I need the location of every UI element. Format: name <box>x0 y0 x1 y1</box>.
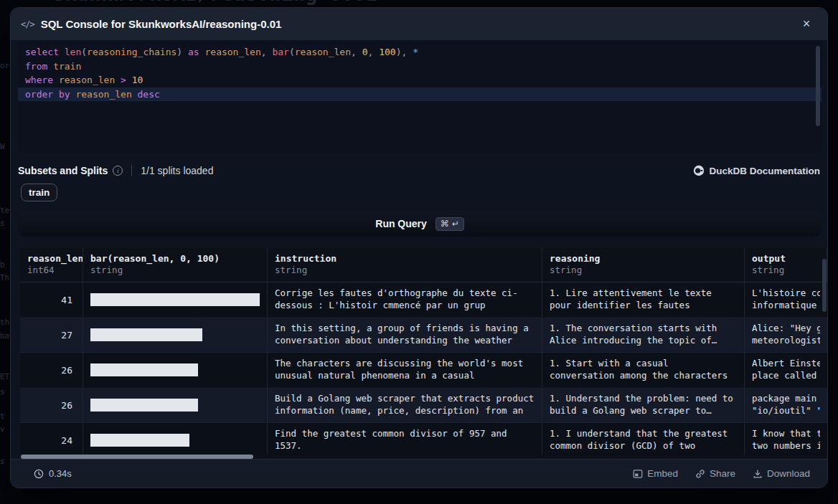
download-button[interactable]: Download <box>753 468 810 479</box>
background-fragment: W <box>0 142 5 151</box>
cell-output: L'histoire coinformatique <box>745 282 827 317</box>
modal-titlebar: </> SQL Console for SkunkworksAI/reasoni… <box>11 8 827 40</box>
cell-instruction: Find the greatest common divisor of 957 … <box>268 423 542 457</box>
cell-bar <box>83 388 268 422</box>
background-fragment: s <box>0 219 5 228</box>
cell-reasoning: 1. Lire attentivement le texte pour iden… <box>542 282 745 317</box>
background-fragment: ET <box>0 372 9 381</box>
table-row[interactable]: 24Find the greatest common divisor of 95… <box>20 423 827 458</box>
column-header-reasoning[interactable]: reasoningstring <box>542 248 745 282</box>
share-button[interactable]: Share <box>695 468 735 479</box>
cell-reason-len: 26 <box>20 388 83 422</box>
cell-bar <box>83 423 268 457</box>
table-vertical-scrollbar[interactable] <box>822 259 827 312</box>
clock-icon <box>34 469 44 479</box>
share-link-icon <box>695 469 705 479</box>
background-fragment: b <box>0 260 5 270</box>
duckdb-logo-icon <box>693 165 705 176</box>
bar-chart-fill <box>90 293 260 306</box>
download-icon <box>753 469 763 479</box>
split-chip-train[interactable]: train <box>21 184 57 201</box>
sql-editor[interactable]: select len(reasoning_chains) as reason_l… <box>18 42 821 153</box>
divider <box>131 165 132 176</box>
cell-bar <box>83 353 268 387</box>
footer-actions: Embed Share Download <box>633 468 810 479</box>
background-fragment: s <box>0 457 5 466</box>
cell-instruction: The characters are discussing the world'… <box>268 353 542 387</box>
table-row[interactable]: 27In this setting, a group of friends is… <box>20 318 827 353</box>
background-fragment: te <box>0 206 9 215</box>
cell-reason-len: 27 <box>20 318 83 352</box>
cell-instruction: Corrige les fautes d'orthographe du text… <box>268 282 542 317</box>
table-header-row: reason_lenint64bar(reason_len, 0, 100)st… <box>20 248 827 282</box>
table-row[interactable]: 26The characters are discussing the worl… <box>20 353 827 388</box>
bar-chart-fill <box>90 328 202 341</box>
bar-chart-fill <box>90 434 189 447</box>
background-fragment: s <box>0 387 5 396</box>
background-fragment: t <box>0 412 5 421</box>
download-label: Download <box>767 468 810 479</box>
sql-code-line[interactable]: where reason_len > 10 <box>18 73 821 87</box>
table-row[interactable]: 41Corrige les fautes d'orthographe du te… <box>20 282 827 318</box>
results-table: reason_lenint64bar(reason_len, 0, 100)st… <box>20 248 827 460</box>
column-header-output[interactable]: outputstring <box>745 248 827 282</box>
sql-code: select len(reasoning_chains) as reason_l… <box>18 42 821 101</box>
cell-reason-len: 41 <box>20 282 83 317</box>
sql-code-line[interactable]: from train <box>18 60 821 74</box>
run-query-label: Run Query <box>375 218 427 229</box>
column-header-bar-reason-len-0-100-[interactable]: bar(reason_len, 0, 100)string <box>83 248 268 282</box>
cell-reasoning: 1. Start with a casual conversation amon… <box>542 353 745 387</box>
cell-reasoning: 1. I understand that the greatest common… <box>542 423 745 457</box>
editor-vertical-scrollbar[interactable] <box>816 46 820 126</box>
background-fragment: v <box>0 424 5 434</box>
code-icon: </> <box>21 19 34 29</box>
embed-icon <box>633 469 643 479</box>
cell-output: Albert Einsteplace called <box>745 353 827 387</box>
elapsed-value: 0.34s <box>49 468 72 479</box>
sql-code-line-active[interactable]: order by reason_len desc <box>18 87 821 102</box>
subsets-label: Subsets and Splits <box>18 165 108 176</box>
sql-code-line[interactable]: select len(reasoning_chains) as reason_l… <box>18 45 821 60</box>
duckdb-link-label: DuckDB Documentation <box>709 166 820 176</box>
modal-title: SQL Console for SkunkworksAI/reasoning-0… <box>41 18 282 30</box>
cell-bar <box>83 282 268 317</box>
cell-bar <box>83 318 268 352</box>
cell-output: I know that ttwo numbers i <box>745 423 827 457</box>
cell-reasoning: 1. Understand the problem: need to build… <box>542 388 745 422</box>
share-label: Share <box>710 468 735 479</box>
info-icon[interactable]: i <box>113 166 123 176</box>
close-icon[interactable]: × <box>799 16 814 32</box>
cell-reasoning: 1. The conversation starts with Alice in… <box>542 318 745 352</box>
table-body: 41Corrige les fautes d'orthographe du te… <box>20 282 827 458</box>
cell-output: package main "io/ioutil" " <box>745 388 827 422</box>
column-header-reason-len[interactable]: reason_lenint64 <box>20 248 83 282</box>
splits-loaded-text: 1/1 splits loaded <box>141 165 213 176</box>
background-page-title: SkunkworksAI/reasoning-0.01 <box>53 0 377 5</box>
keyboard-shortcut-badge: ⌘ ↵ <box>436 217 464 231</box>
background-fragment: ba <box>0 331 9 341</box>
background-fragment: Th <box>0 273 9 282</box>
column-header-instruction[interactable]: instructionstring <box>268 248 542 282</box>
cell-reason-len: 26 <box>20 353 83 387</box>
run-query-button[interactable]: Run Query ⌘ ↵ <box>18 211 821 237</box>
sql-console-modal: </> SQL Console for SkunkworksAI/reasoni… <box>10 7 828 488</box>
embed-label: Embed <box>647 468 678 479</box>
cell-instruction: Build a Golang web scraper that extracts… <box>268 388 542 422</box>
modal-footer: 0.34s Embed Share <box>11 459 827 488</box>
cell-output: Alice: "Hey gmeteorologist <box>745 318 827 352</box>
duckdb-documentation-link[interactable]: DuckDB Documentation <box>693 165 820 176</box>
embed-button[interactable]: Embed <box>633 468 678 479</box>
cell-instruction: In this setting, a group of friends is h… <box>268 318 542 352</box>
query-elapsed-time: 0.34s <box>34 468 72 479</box>
subsets-row: Subsets and Splits i 1/1 splits loaded D… <box>18 163 820 179</box>
cell-reason-len: 24 <box>20 423 83 457</box>
table-row[interactable]: 26Build a Golang web scraper that extrac… <box>20 388 827 423</box>
background-fragment: or <box>0 61 9 70</box>
bar-chart-fill <box>90 363 198 376</box>
bar-chart-fill <box>90 399 198 412</box>
